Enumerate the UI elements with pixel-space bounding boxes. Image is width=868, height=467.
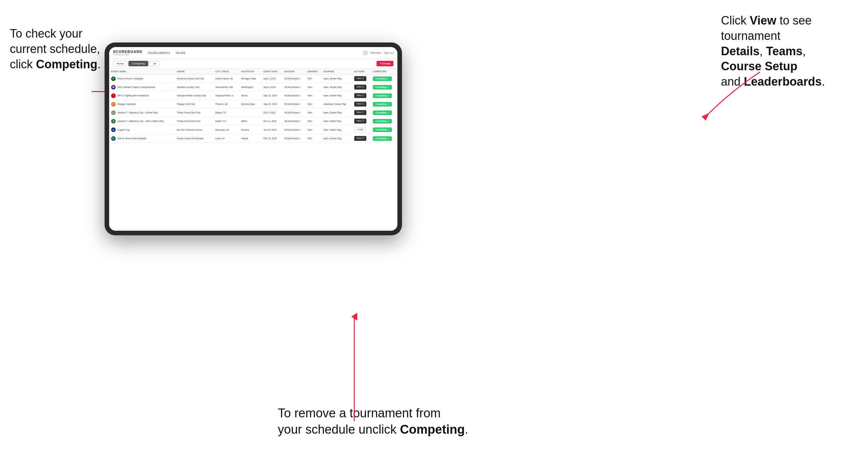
view-button[interactable]: View ⓘ: [354, 119, 366, 124]
team-logo: I: [111, 93, 116, 98]
event-name-text: OFCC Fighting Illini Invitational: [117, 94, 149, 97]
cell-city-state: Dallas, TX: [213, 117, 239, 125]
sign-out-link[interactable]: Sign out: [384, 51, 394, 54]
table-row: J Jackson T. Stephens Cup – Stroke Play …: [109, 108, 397, 117]
cell-start-date: Oct 11, 2023: [261, 117, 282, 125]
cell-division: NCAA Division I: [282, 92, 306, 100]
tournaments-table: EVENT NAME VENUE CITY, STATE HOSTED BY S…: [109, 69, 397, 143]
competing-badge[interactable]: Competing ✓: [373, 85, 392, 90]
cell-scoring: team, Stroke Play: [321, 108, 352, 117]
cell-division: NCAA Division I: [282, 74, 306, 83]
cell-gender: Men: [306, 108, 321, 117]
cell-event-name: J Jackson T. Stephens Cup – Stroke Play: [109, 108, 175, 117]
cell-start-date: Oct 9, 2023: [261, 108, 282, 117]
table-row: H John A. Burns Intercollegiate Ocean Co…: [109, 134, 397, 143]
view-button[interactable]: View ⓘ: [354, 136, 366, 141]
cell-actions: View ⓘ: [352, 83, 371, 92]
cell-gender: Men: [306, 134, 321, 143]
table-row: A Copper Cup Ak-Chin Southern DunesMaric…: [109, 125, 397, 134]
cell-division: NCAA Division I: [282, 134, 306, 143]
cell-start-date: Jan 14, 2024: [261, 125, 282, 134]
cell-event-name: H John A. Burns Intercollegiate: [109, 134, 175, 143]
cell-event-name: P Papago Individual: [109, 100, 175, 108]
tab-all[interactable]: All: [150, 61, 160, 66]
cell-gender: Men: [306, 100, 321, 108]
event-name-text: 2023 Sahalee Players Championship: [117, 86, 155, 88]
event-name-text: Jackson T. Stephens Cup – Stroke Play: [117, 112, 157, 114]
competing-badge[interactable]: Competing ✓: [373, 111, 392, 115]
annotation-top-left: To check your current schedule, click Co…: [10, 26, 114, 72]
view-button[interactable]: View ⓘ: [354, 110, 366, 115]
nav-tournaments[interactable]: TOURNAMENTS: [147, 51, 170, 55]
col-hosted-by: HOSTED BY: [239, 69, 261, 74]
cell-competing: Competing ✓: [371, 117, 397, 125]
cell-competing: Competing ✓: [371, 134, 397, 143]
team-logo: A: [111, 127, 116, 132]
event-name-text: Copper Cup: [117, 129, 130, 131]
cell-gender: Men: [306, 117, 321, 125]
cell-event-name: J Jackson T. Stephens Cup – Men's Match …: [109, 117, 175, 125]
cell-city-state: Maricopa, AZ: [213, 125, 239, 134]
cell-hosted-by: Arizona: [239, 125, 261, 134]
cell-city-state: Phoenix, AZ: [213, 100, 239, 108]
cell-scoring: team, Stroke Play: [321, 134, 352, 143]
table-row: P Papago Individual Papago Golf ClubPhoe…: [109, 100, 397, 108]
table-row: F Folds of Honor Collegiate American Dun…: [109, 74, 397, 83]
cell-city-state: Lihue, HI: [213, 134, 239, 143]
cell-hosted-by: Illinois: [239, 92, 261, 100]
user-name: Test User: [370, 51, 381, 54]
cell-start-date: Sep 4, 2023: [261, 74, 282, 83]
cell-hosted-by: ABAC: [239, 117, 261, 125]
cell-competing: Competing ✓: [371, 125, 397, 134]
cell-city-state: Sammamish, WA: [213, 83, 239, 92]
cell-scoring: team, Match Play: [321, 117, 352, 125]
header-left: SCOREBOARD Powered by clippd TOURNAMENTS…: [113, 50, 186, 56]
table-container: EVENT NAME VENUE CITY, STATE HOSTED BY S…: [109, 69, 397, 229]
cell-city-state: Dallas, TX: [213, 108, 239, 117]
view-button[interactable]: View ⓘ: [354, 76, 366, 81]
view-button[interactable]: View ⓘ: [354, 85, 366, 90]
event-name-text: Folds of Honor Collegiate: [117, 77, 143, 80]
cell-venue: Sahalee Country Club: [175, 83, 213, 92]
cell-competing: Competing ✓: [371, 92, 397, 100]
cell-division: NCAA Division I: [282, 117, 306, 125]
view-button[interactable]: View ⓘ: [354, 102, 366, 106]
cell-event-name: A Copper Cup: [109, 125, 175, 134]
cell-competing: Competing ✓: [371, 83, 397, 92]
cell-actions: View ⓘ: [352, 108, 371, 117]
tab-competing[interactable]: Competing: [128, 61, 148, 66]
competing-badge[interactable]: Competing ✓: [373, 127, 392, 132]
edit-button[interactable]: ✏ Edit: [354, 127, 366, 132]
competing-badge[interactable]: Competing ✓: [373, 93, 392, 98]
competing-badge[interactable]: Competing ✓: [373, 119, 392, 124]
competing-badge[interactable]: Competing ✓: [373, 136, 392, 141]
cell-event-name: F Folds of Honor Collegiate: [109, 74, 175, 83]
cell-venue: Olympia Fields Country Club: [175, 92, 213, 100]
competing-badge[interactable]: Competing ✓: [373, 102, 392, 106]
cell-venue: Trinity Forest Golf Club: [175, 117, 213, 125]
create-button[interactable]: + Create: [376, 61, 394, 66]
cell-actions: View ⓘ: [352, 100, 371, 108]
col-competing: COMPETING: [371, 69, 397, 74]
nav-teams[interactable]: TEAMS: [176, 51, 186, 55]
cell-start-date: Sep 18, 2023: [261, 100, 282, 108]
view-button[interactable]: View ⓘ: [354, 93, 366, 98]
cell-scoring: team, Stroke Play: [321, 74, 352, 83]
sub-header: Home Competing All + Create: [109, 59, 397, 69]
table-row: W 2023 Sahalee Players Championship Saha…: [109, 83, 397, 92]
cell-start-date: Sep 9, 2023: [261, 83, 282, 92]
cell-city-state: Olympia Fields, IL: [213, 92, 239, 100]
table-row: I OFCC Fighting Illini Invitational Olym…: [109, 92, 397, 100]
annotation-bottom: To remove a tournament from your schedul…: [278, 405, 506, 438]
col-actions: ACTIONS: [352, 69, 371, 74]
cell-start-date: Feb 15, 2024: [261, 134, 282, 143]
arrow-to-competing-badge: [350, 310, 358, 421]
cell-scoring: team, Stroke Play: [321, 83, 352, 92]
cell-gender: Men: [306, 83, 321, 92]
tab-home[interactable]: Home: [113, 61, 127, 66]
competing-badge[interactable]: Competing ✓: [373, 76, 392, 81]
col-start-date: START DATE: [261, 69, 282, 74]
cell-division: NCAA Division I: [282, 125, 306, 134]
cell-division: NCAA Division I: [282, 108, 306, 117]
col-division: DIVISION: [282, 69, 306, 74]
